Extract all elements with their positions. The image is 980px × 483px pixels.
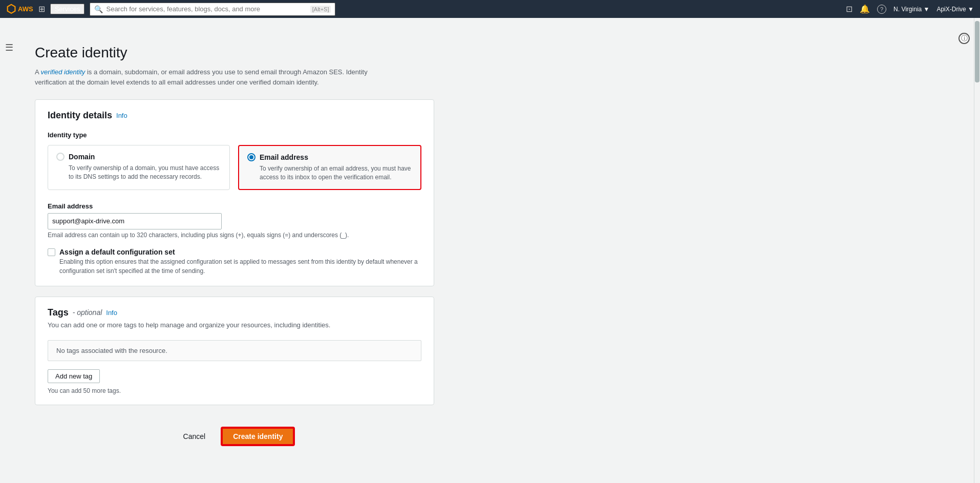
services-button[interactable]: Services xyxy=(50,4,85,14)
checkbox-title: Assign a default configuration set xyxy=(59,248,421,256)
nav-right: ⊡ 🔔 ? N. Virginia ▼ ApiX-Drive ▼ xyxy=(846,4,974,14)
search-bar[interactable]: 🔍 [Alt+S] xyxy=(90,3,335,16)
domain-option-desc: To verify ownership of a domain, you mus… xyxy=(56,164,221,181)
checkbox-text-area: Assign a default configuration set Enabl… xyxy=(59,248,421,276)
identity-details-card: Identity details Info Identity type Doma… xyxy=(35,99,434,286)
email-field-hint: Email address can contain up to 320 char… xyxy=(48,232,421,239)
main-content: Create identity A verified identity is a… xyxy=(18,32,980,474)
email-field-section: Email address Email address can contain … xyxy=(48,202,421,239)
search-input[interactable] xyxy=(106,5,310,13)
page-description: A verified identity is a domain, subdoma… xyxy=(35,67,393,87)
hamburger-icon[interactable]: ☰ xyxy=(5,42,13,53)
top-nav: ⬡ AWS ⊞ Services 🔍 [Alt+S] ⊡ 🔔 ? N. Virg… xyxy=(0,0,980,18)
account-menu[interactable]: ApiX-Drive ▼ xyxy=(936,6,974,13)
email-field-label: Email address xyxy=(48,202,421,210)
tags-empty-state: No tags associated with the resource. xyxy=(48,340,421,361)
tags-subtitle: You can add one or more tags to help man… xyxy=(48,320,421,330)
aws-logo[interactable]: ⬡ AWS xyxy=(6,4,33,15)
domain-option[interactable]: Domain To verify ownership of a domain, … xyxy=(48,145,230,190)
identity-details-title: Identity details Info xyxy=(48,110,421,121)
domain-option-header: Domain xyxy=(56,153,221,161)
page-title: Create identity xyxy=(35,45,964,61)
scrollbar-track xyxy=(974,18,980,474)
tags-optional-label: - optional xyxy=(73,308,102,317)
tags-info-link[interactable]: Info xyxy=(106,309,117,317)
region-selector[interactable]: N. Virginia ▼ xyxy=(893,6,929,13)
desc-after: is a domain, subdomain, or email address… xyxy=(35,68,368,86)
search-shortcut: [Alt+S] xyxy=(310,6,331,13)
terminal-icon[interactable]: ⊡ xyxy=(846,4,853,14)
identity-details-info-link[interactable]: Info xyxy=(116,112,127,119)
identity-type-label: Identity type xyxy=(48,131,421,139)
email-option-desc: To verify ownership of an email address,… xyxy=(247,164,412,182)
footer-actions: Cancel Create identity xyxy=(35,415,434,461)
help-icon[interactable]: ? xyxy=(877,5,886,14)
email-radio-inner xyxy=(249,155,253,159)
verified-identity-link[interactable]: verified identity xyxy=(41,68,86,76)
search-icon: 🔍 xyxy=(94,5,103,13)
bell-icon[interactable]: 🔔 xyxy=(860,4,870,14)
email-option-header: Email address xyxy=(247,153,412,161)
email-option[interactable]: Email address To verify ownership of an … xyxy=(238,145,421,190)
info-circle-icon[interactable]: ⓘ xyxy=(958,33,970,44)
scrollbar-thumb[interactable] xyxy=(975,21,979,82)
tags-card: Tags - optional Info You can add one or … xyxy=(35,297,434,406)
create-identity-button[interactable]: Create identity xyxy=(222,428,294,445)
default-config-checkbox-row: Assign a default configuration set Enabl… xyxy=(48,248,421,276)
domain-radio[interactable] xyxy=(56,153,65,161)
cancel-button[interactable]: Cancel xyxy=(175,429,214,444)
tags-footnote: You can add 50 more tags. xyxy=(48,387,421,394)
sidebar-toggle: ☰ xyxy=(0,36,18,53)
default-config-checkbox[interactable] xyxy=(48,248,55,256)
checkbox-desc: Enabling this option ensures that the as… xyxy=(59,257,421,276)
main-layout: ☰ Create identity A verified identity is… xyxy=(0,0,980,474)
email-radio[interactable] xyxy=(247,153,255,161)
grid-icon[interactable]: ⊞ xyxy=(38,4,45,14)
email-input[interactable] xyxy=(48,213,222,229)
identity-type-options: Domain To verify ownership of a domain, … xyxy=(48,145,421,190)
domain-option-title: Domain xyxy=(69,153,95,161)
desc-before: A xyxy=(35,68,41,76)
add-new-tag-button[interactable]: Add new tag xyxy=(48,369,100,383)
tags-card-title: Tags - optional Info xyxy=(48,307,421,318)
email-option-title: Email address xyxy=(260,153,308,161)
